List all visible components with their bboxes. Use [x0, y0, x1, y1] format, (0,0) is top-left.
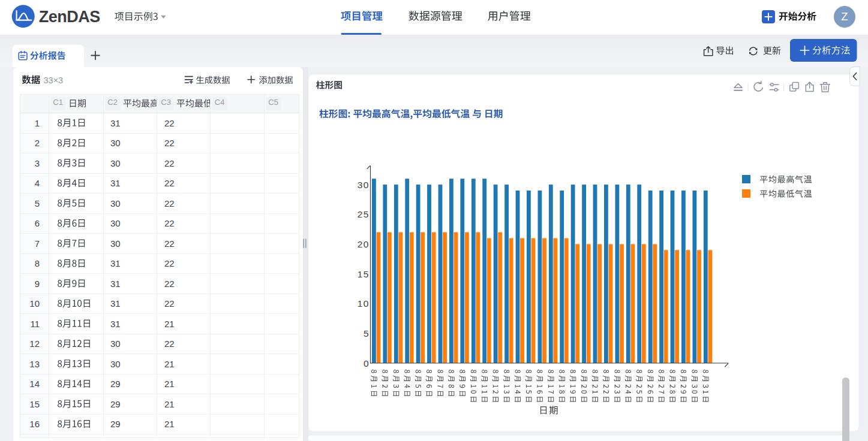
svg-text:22: 22: [164, 218, 175, 228]
svg-text:6: 6: [35, 218, 40, 228]
svg-text:30: 30: [110, 138, 121, 148]
svg-text:2: 2: [35, 138, 40, 148]
svg-text:30: 30: [110, 359, 121, 369]
svg-text:16: 16: [29, 419, 40, 429]
svg-text:30: 30: [110, 339, 121, 349]
svg-text:21: 21: [164, 359, 175, 369]
svg-text:30: 30: [358, 180, 370, 190]
svg-text:29: 29: [110, 419, 121, 429]
svg-text:21: 21: [164, 379, 175, 389]
svg-text:14: 14: [29, 379, 40, 389]
svg-text:9: 9: [35, 279, 40, 289]
svg-text:22: 22: [164, 298, 175, 309]
svg-text:31: 31: [110, 118, 121, 128]
svg-text:C4: C4: [215, 98, 225, 107]
svg-text:31: 31: [110, 298, 121, 309]
svg-text:30: 30: [110, 218, 121, 228]
svg-text:10: 10: [29, 298, 40, 309]
svg-text:30: 30: [110, 198, 121, 209]
svg-text:25: 25: [358, 209, 370, 219]
svg-text:C1: C1: [53, 98, 63, 107]
svg-text:22: 22: [164, 178, 175, 188]
svg-text:8: 8: [35, 258, 40, 268]
svg-text:21: 21: [164, 399, 175, 409]
svg-text:22: 22: [164, 238, 175, 249]
svg-text:21: 21: [164, 319, 175, 329]
svg-text:22: 22: [164, 118, 175, 128]
svg-text:29: 29: [110, 379, 121, 389]
svg-text:ZenDAS: ZenDAS: [39, 8, 100, 26]
svg-text:C2: C2: [107, 98, 118, 107]
svg-text:22: 22: [164, 158, 175, 168]
svg-text:22: 22: [164, 279, 175, 289]
svg-text:22: 22: [164, 339, 175, 349]
svg-text:20: 20: [358, 239, 370, 249]
svg-text:33×3: 33×3: [44, 75, 64, 85]
svg-text:4: 4: [35, 178, 40, 188]
svg-text:C3: C3: [161, 98, 171, 107]
svg-text:5: 5: [364, 328, 370, 339]
svg-text:22: 22: [164, 258, 175, 268]
svg-text:31: 31: [110, 279, 121, 289]
svg-text:5: 5: [35, 198, 40, 209]
svg-text:0: 0: [364, 358, 370, 368]
svg-text:29: 29: [110, 399, 121, 409]
svg-text:Z: Z: [841, 10, 848, 23]
svg-text:30: 30: [110, 238, 121, 249]
svg-text:1: 1: [35, 118, 40, 128]
svg-text:21: 21: [164, 419, 175, 429]
svg-text:11: 11: [30, 319, 40, 329]
svg-text:15: 15: [358, 269, 370, 279]
svg-text:7: 7: [35, 238, 40, 249]
svg-text:31: 31: [110, 178, 121, 188]
svg-text:13: 13: [29, 359, 40, 369]
svg-text:30: 30: [110, 158, 121, 168]
svg-text:C5: C5: [268, 98, 278, 107]
svg-text:31: 31: [110, 258, 121, 268]
svg-text:22: 22: [164, 198, 175, 209]
svg-text:15: 15: [29, 399, 40, 409]
svg-text:31: 31: [110, 319, 121, 329]
svg-text:3: 3: [35, 158, 40, 168]
svg-text:10: 10: [358, 298, 370, 309]
svg-text:12: 12: [29, 339, 40, 349]
svg-text:22: 22: [164, 138, 175, 148]
